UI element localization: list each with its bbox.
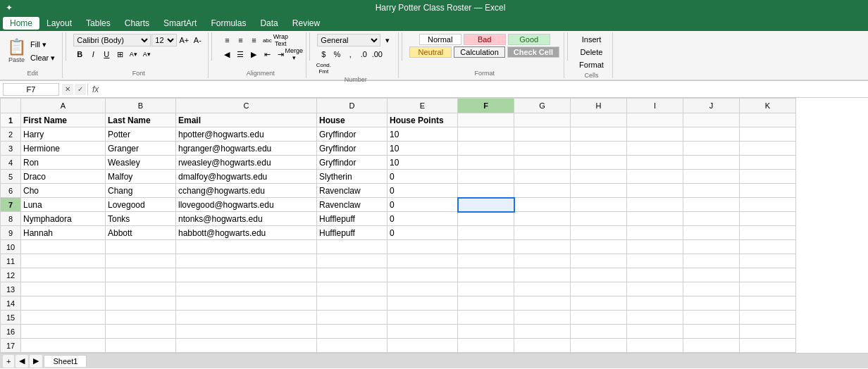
cell-K9[interactable] [740,226,796,240]
cell-D16[interactable] [317,325,388,339]
cell-I5[interactable] [627,170,683,184]
cell-K15[interactable] [740,311,796,325]
font-size-select[interactable]: 12 [151,34,177,46]
cell-C1[interactable]: Email [176,113,317,127]
row-header-9[interactable]: 9 [1,226,21,240]
font-family-select[interactable]: Calibri (Body) [73,34,151,46]
cell-J7[interactable] [683,198,740,212]
bold-button[interactable]: B [73,48,86,61]
cell-B8[interactable]: Tonks [106,212,176,226]
cell-C10[interactable] [176,240,317,254]
align-top-right-btn[interactable]: ≡ [247,34,260,46]
cell-C4[interactable]: rweasley@hogwarts.edu [176,156,317,170]
col-header-e[interactable]: E [388,99,458,113]
row-header-6[interactable]: 6 [1,184,21,198]
merge-button[interactable]: Merge ▾ [287,48,300,61]
menu-item-review[interactable]: Review [285,17,327,30]
cell-H1[interactable] [571,113,627,127]
cell-E4[interactable]: 10 [388,156,458,170]
cell-G14[interactable] [514,296,571,311]
cell-G11[interactable] [514,254,571,268]
row-header-14[interactable]: 14 [1,296,21,311]
cell-I8[interactable] [627,212,683,226]
cell-A8[interactable]: Nymphadora [21,212,106,226]
cell-E11[interactable] [388,254,458,268]
menu-item-tables[interactable]: Tables [79,17,118,30]
cell-J15[interactable] [683,311,740,325]
cell-K5[interactable] [740,170,796,184]
indent-left-btn[interactable]: ⇤ [261,48,273,61]
cell-I3[interactable] [627,142,683,156]
menu-item-home[interactable]: Home [3,17,39,30]
cell-G10[interactable] [514,240,571,254]
col-header-b[interactable]: B [106,99,176,113]
cell-D10[interactable] [317,240,388,254]
cell-B16[interactable] [106,325,176,339]
cell-K7[interactable] [740,198,796,212]
cell-A11[interactable] [21,254,106,268]
cell-D17[interactable] [317,339,388,353]
align-center-btn[interactable]: ☰ [234,48,247,61]
align-left-btn[interactable]: ◀ [221,48,233,61]
cell-A5[interactable]: Draco [21,170,106,184]
cell-H12[interactable] [571,268,627,282]
cell-J6[interactable] [683,184,740,198]
col-header-a[interactable]: A [21,99,106,113]
col-header-c[interactable]: C [176,99,317,113]
cell-I16[interactable] [627,325,683,339]
style-calculation-btn[interactable]: Calculation [454,46,504,58]
cell-F7[interactable] [458,198,514,212]
cell-C13[interactable] [176,282,317,296]
cell-E1[interactable]: House Points [388,113,458,127]
cell-A16[interactable] [21,325,106,339]
row-header-17[interactable]: 17 [1,339,21,353]
cell-B10[interactable] [106,240,176,254]
row-header-15[interactable]: 15 [1,311,21,325]
cell-I11[interactable] [627,254,683,268]
italic-button[interactable]: I [87,48,99,61]
cell-H15[interactable] [571,311,627,325]
cell-E14[interactable] [388,296,458,311]
cell-F13[interactable] [458,282,514,296]
cell-G7[interactable] [514,198,571,212]
cell-G17[interactable] [514,339,571,353]
cell-I14[interactable] [627,296,683,311]
cell-D15[interactable] [317,311,388,325]
format-btn[interactable]: Format [576,59,607,70]
cell-D13[interactable] [317,282,388,296]
cell-H3[interactable] [571,142,627,156]
cell-F2[interactable] [458,127,514,142]
cell-J9[interactable] [683,226,740,240]
cell-D2[interactable]: Gryffindor [317,127,388,142]
cell-G4[interactable] [514,156,571,170]
cell-F8[interactable] [458,212,514,226]
cell-H2[interactable] [571,127,627,142]
cell-C5[interactable]: dmalfoy@hogwarts.edu [176,170,317,184]
cell-J2[interactable] [683,127,740,142]
cell-H8[interactable] [571,212,627,226]
abc-btn[interactable]: abc [261,34,273,46]
cell-I2[interactable] [627,127,683,142]
cell-E2[interactable]: 10 [388,127,458,142]
cell-I6[interactable] [627,184,683,198]
cell-B14[interactable] [106,296,176,311]
cell-D8[interactable]: Hufflepuff [317,212,388,226]
cell-F10[interactable] [458,240,514,254]
wrap-text-button[interactable]: Wrap Text [274,34,287,46]
cell-J4[interactable] [683,156,740,170]
cell-K8[interactable] [740,212,796,226]
menu-item-layout[interactable]: Layout [39,17,79,30]
cell-K4[interactable] [740,156,796,170]
cell-J16[interactable] [683,325,740,339]
cell-I13[interactable] [627,282,683,296]
add-sheet-btn[interactable]: + [3,355,14,368]
cell-G8[interactable] [514,212,571,226]
cell-I15[interactable] [627,311,683,325]
cell-G6[interactable] [514,184,571,198]
row-header-5[interactable]: 5 [1,170,21,184]
cell-A2[interactable]: Harry [21,127,106,142]
cell-G15[interactable] [514,311,571,325]
cell-I7[interactable] [627,198,683,212]
cell-D4[interactable]: Gryffindor [317,156,388,170]
currency-btn[interactable]: $ [317,48,330,61]
